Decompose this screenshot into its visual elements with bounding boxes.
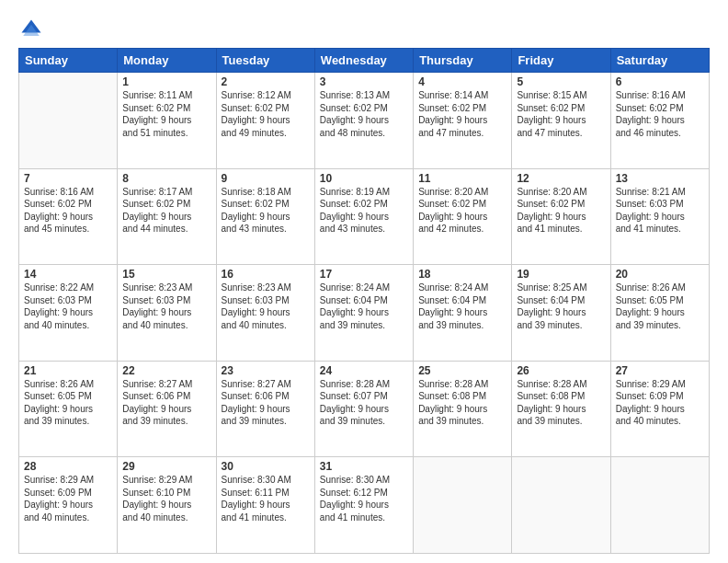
- day-header-friday: Friday: [512, 49, 610, 73]
- cell-content: Sunrise: 8:15 AMSunset: 6:02 PMDaylight:…: [517, 89, 605, 139]
- day-number: 19: [517, 268, 605, 281]
- cell-content: Sunrise: 8:24 AMSunset: 6:04 PMDaylight:…: [418, 282, 506, 331]
- day-number: 4: [418, 75, 506, 88]
- day-number: 15: [122, 268, 210, 281]
- calendar-cell: 1Sunrise: 8:11 AMSunset: 6:02 PMDaylight…: [118, 73, 216, 169]
- day-number: 5: [517, 75, 605, 88]
- calendar-cell: 10Sunrise: 8:19 AMSunset: 6:02 PMDayligh…: [314, 168, 413, 265]
- calendar-cell: 12Sunrise: 8:20 AMSunset: 6:02 PMDayligh…: [512, 168, 610, 265]
- calendar-cell: 26Sunrise: 8:28 AMSunset: 6:08 PMDayligh…: [512, 361, 610, 457]
- cell-content: Sunrise: 8:28 AMSunset: 6:08 PMDaylight:…: [517, 378, 605, 428]
- cell-content: Sunrise: 8:27 AMSunset: 6:06 PMDaylight:…: [222, 378, 310, 428]
- day-number: 17: [320, 268, 408, 281]
- cell-content: Sunrise: 8:29 AMSunset: 6:09 PMDaylight:…: [616, 378, 704, 428]
- calendar-cell: 9Sunrise: 8:18 AMSunset: 6:02 PMDaylight…: [216, 168, 314, 265]
- cell-content: Sunrise: 8:19 AMSunset: 6:02 PMDaylight:…: [320, 186, 408, 236]
- day-header-thursday: Thursday: [414, 49, 512, 73]
- calendar-cell: 30Sunrise: 8:30 AMSunset: 6:11 PMDayligh…: [216, 457, 314, 554]
- day-number: 12: [517, 172, 605, 185]
- calendar-week-2: 7Sunrise: 8:16 AMSunset: 6:02 PMDaylight…: [19, 168, 710, 265]
- header: [18, 17, 710, 42]
- calendar-cell: [19, 73, 118, 169]
- calendar-cell: 6Sunrise: 8:16 AMSunset: 6:02 PMDaylight…: [610, 73, 709, 169]
- cell-content: Sunrise: 8:20 AMSunset: 6:02 PMDaylight:…: [418, 186, 506, 236]
- day-number: 8: [122, 172, 210, 185]
- day-number: 23: [222, 364, 310, 377]
- cell-content: Sunrise: 8:29 AMSunset: 6:10 PMDaylight:…: [122, 474, 210, 523]
- cell-content: Sunrise: 8:20 AMSunset: 6:02 PMDaylight:…: [517, 186, 605, 236]
- cell-content: Sunrise: 8:17 AMSunset: 6:02 PMDaylight:…: [122, 186, 210, 236]
- day-number: 9: [222, 172, 310, 185]
- day-header-saturday: Saturday: [610, 49, 709, 73]
- calendar-cell: 11Sunrise: 8:20 AMSunset: 6:02 PMDayligh…: [414, 168, 512, 265]
- day-number: 14: [24, 268, 112, 281]
- day-number: 25: [418, 364, 506, 377]
- calendar-cell: 8Sunrise: 8:17 AMSunset: 6:02 PMDaylight…: [118, 168, 216, 265]
- day-number: 20: [616, 268, 704, 281]
- cell-content: Sunrise: 8:24 AMSunset: 6:04 PMDaylight:…: [320, 282, 408, 331]
- calendar-week-5: 28Sunrise: 8:29 AMSunset: 6:09 PMDayligh…: [19, 457, 710, 554]
- cell-content: Sunrise: 8:22 AMSunset: 6:03 PMDaylight:…: [24, 282, 112, 331]
- calendar-week-1: 1Sunrise: 8:11 AMSunset: 6:02 PMDaylight…: [19, 73, 710, 169]
- day-number: 21: [24, 364, 112, 377]
- day-number: 22: [122, 364, 210, 377]
- day-number: 2: [222, 75, 310, 88]
- cell-content: Sunrise: 8:27 AMSunset: 6:06 PMDaylight:…: [122, 378, 210, 428]
- day-number: 3: [320, 75, 408, 88]
- calendar-cell: 21Sunrise: 8:26 AMSunset: 6:05 PMDayligh…: [19, 361, 118, 457]
- calendar-cell: [512, 457, 610, 554]
- calendar-cell: 20Sunrise: 8:26 AMSunset: 6:05 PMDayligh…: [610, 265, 709, 362]
- cell-content: Sunrise: 8:11 AMSunset: 6:02 PMDaylight:…: [122, 89, 210, 139]
- calendar-week-3: 14Sunrise: 8:22 AMSunset: 6:03 PMDayligh…: [19, 265, 710, 362]
- calendar-cell: 22Sunrise: 8:27 AMSunset: 6:06 PMDayligh…: [118, 361, 216, 457]
- calendar-cell: 27Sunrise: 8:29 AMSunset: 6:09 PMDayligh…: [610, 361, 709, 457]
- page: SundayMondayTuesdayWednesdayThursdayFrid…: [0, 0, 728, 563]
- calendar-week-4: 21Sunrise: 8:26 AMSunset: 6:05 PMDayligh…: [19, 361, 710, 457]
- cell-content: Sunrise: 8:14 AMSunset: 6:02 PMDaylight:…: [418, 89, 506, 139]
- cell-content: Sunrise: 8:29 AMSunset: 6:09 PMDaylight:…: [24, 474, 112, 523]
- day-number: 6: [616, 75, 704, 88]
- day-number: 13: [616, 172, 704, 185]
- calendar-cell: 3Sunrise: 8:13 AMSunset: 6:02 PMDaylight…: [314, 73, 413, 169]
- calendar-cell: 25Sunrise: 8:28 AMSunset: 6:08 PMDayligh…: [414, 361, 512, 457]
- calendar-cell: 4Sunrise: 8:14 AMSunset: 6:02 PMDaylight…: [414, 73, 512, 169]
- day-number: 30: [222, 460, 310, 473]
- cell-content: Sunrise: 8:12 AMSunset: 6:02 PMDaylight:…: [222, 89, 310, 139]
- day-number: 27: [616, 364, 704, 377]
- calendar-cell: 28Sunrise: 8:29 AMSunset: 6:09 PMDayligh…: [19, 457, 118, 554]
- calendar-cell: 2Sunrise: 8:12 AMSunset: 6:02 PMDaylight…: [216, 73, 314, 169]
- logo: [18, 17, 48, 42]
- calendar-cell: 5Sunrise: 8:15 AMSunset: 6:02 PMDaylight…: [512, 73, 610, 169]
- calendar-cell: 19Sunrise: 8:25 AMSunset: 6:04 PMDayligh…: [512, 265, 610, 362]
- day-number: 29: [122, 460, 210, 473]
- calendar-cell: [414, 457, 512, 554]
- cell-content: Sunrise: 8:23 AMSunset: 6:03 PMDaylight:…: [122, 282, 210, 331]
- day-number: 24: [320, 364, 408, 377]
- day-header-tuesday: Tuesday: [216, 49, 314, 73]
- day-number: 28: [24, 460, 112, 473]
- cell-content: Sunrise: 8:30 AMSunset: 6:12 PMDaylight:…: [320, 474, 408, 523]
- calendar-cell: 24Sunrise: 8:28 AMSunset: 6:07 PMDayligh…: [314, 361, 413, 457]
- cell-content: Sunrise: 8:18 AMSunset: 6:02 PMDaylight:…: [222, 186, 310, 236]
- day-number: 1: [122, 75, 210, 88]
- calendar-table: SundayMondayTuesdayWednesdayThursdayFrid…: [18, 48, 710, 554]
- calendar-cell: [610, 457, 709, 554]
- day-number: 18: [418, 268, 506, 281]
- calendar-cell: 17Sunrise: 8:24 AMSunset: 6:04 PMDayligh…: [314, 265, 413, 362]
- day-number: 26: [517, 364, 605, 377]
- calendar-cell: 7Sunrise: 8:16 AMSunset: 6:02 PMDaylight…: [19, 168, 118, 265]
- cell-content: Sunrise: 8:16 AMSunset: 6:02 PMDaylight:…: [24, 186, 112, 236]
- cell-content: Sunrise: 8:21 AMSunset: 6:03 PMDaylight:…: [616, 186, 704, 236]
- calendar-cell: 13Sunrise: 8:21 AMSunset: 6:03 PMDayligh…: [610, 168, 709, 265]
- cell-content: Sunrise: 8:25 AMSunset: 6:04 PMDaylight:…: [517, 282, 605, 331]
- calendar-header-row: SundayMondayTuesdayWednesdayThursdayFrid…: [19, 49, 710, 73]
- calendar-cell: 23Sunrise: 8:27 AMSunset: 6:06 PMDayligh…: [216, 361, 314, 457]
- cell-content: Sunrise: 8:13 AMSunset: 6:02 PMDaylight:…: [320, 89, 408, 139]
- cell-content: Sunrise: 8:26 AMSunset: 6:05 PMDaylight:…: [616, 282, 704, 331]
- day-number: 16: [222, 268, 310, 281]
- cell-content: Sunrise: 8:23 AMSunset: 6:03 PMDaylight:…: [222, 282, 310, 331]
- calendar-cell: 18Sunrise: 8:24 AMSunset: 6:04 PMDayligh…: [414, 265, 512, 362]
- day-number: 10: [320, 172, 408, 185]
- cell-content: Sunrise: 8:28 AMSunset: 6:07 PMDaylight:…: [320, 378, 408, 428]
- calendar-cell: 15Sunrise: 8:23 AMSunset: 6:03 PMDayligh…: [118, 265, 216, 362]
